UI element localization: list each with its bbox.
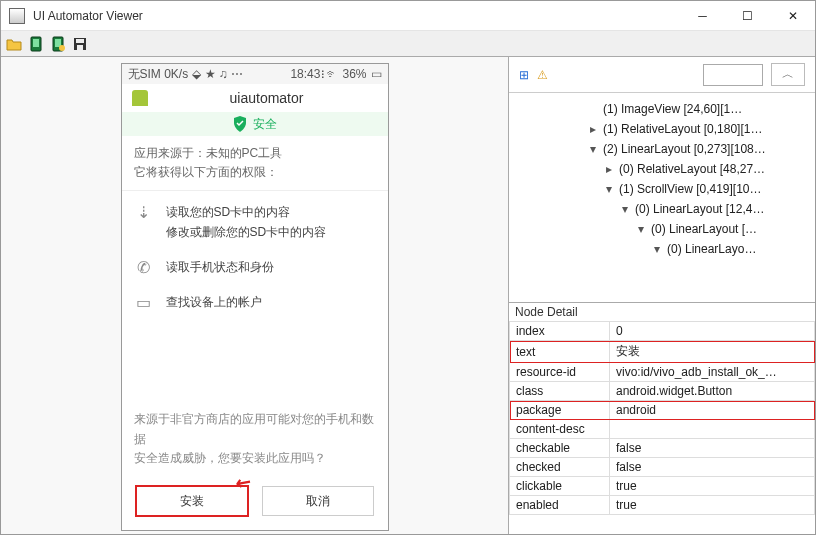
detail-row[interactable]: text安装 (510, 341, 815, 363)
device-screenshot-icon[interactable] (27, 35, 45, 53)
detail-value: true (610, 496, 815, 515)
safe-bar: 安全 (122, 112, 388, 136)
cancel-label: 取消 (306, 494, 330, 508)
app-name: uiautomator (156, 90, 378, 106)
chevron-down-icon[interactable] (619, 199, 631, 219)
tree-node[interactable]: (0) LinearLayo… (667, 239, 756, 259)
battery-label: 36% (342, 67, 366, 81)
permission-row: ⇣ 读取您的SD卡中的内容 修改或删除您的SD卡中的内容 (122, 195, 388, 249)
permission-row: ▭ 查找设备上的帐户 (122, 285, 388, 320)
chevron-down-icon[interactable] (651, 239, 663, 259)
wifi-icon: ⋮ᯤ (320, 67, 338, 81)
detail-row[interactable]: clickabletrue (510, 477, 815, 496)
warning-text: 来源于非官方商店的应用可能对您的手机和数据 安全造成威胁，您要安装此应用吗？ (122, 400, 388, 478)
close-button[interactable]: ✕ (770, 1, 815, 31)
detail-row[interactable]: packageandroid (510, 401, 815, 420)
detail-key: content-desc (510, 420, 610, 439)
app-header: uiautomator (122, 84, 388, 112)
window-title: UI Automator Viewer (33, 9, 680, 23)
detail-key: clickable (510, 477, 610, 496)
tree-toolbar: ⊞ ⚠ ︿ (509, 57, 815, 93)
detail-row[interactable]: enabledtrue (510, 496, 815, 515)
detail-row[interactable]: classandroid.widget.Button (510, 382, 815, 401)
toolbar (1, 31, 815, 57)
warning-icon[interactable]: ⚠ (537, 68, 548, 82)
perm-text: 修改或删除您的SD卡中的内容 (166, 223, 327, 242)
app-icon (9, 8, 25, 24)
cancel-button[interactable]: 取消 (262, 486, 374, 516)
storage-icon: ⇣ (134, 203, 154, 222)
svg-rect-6 (76, 39, 84, 43)
tree-node[interactable]: (0) RelativeLayout [48,27… (619, 159, 765, 179)
detail-value: android.widget.Button (610, 382, 815, 401)
detail-key: enabled (510, 496, 610, 515)
detail-row[interactable]: resource-idvivo:id/vivo_adb_install_ok_… (510, 363, 815, 382)
detail-value: false (610, 458, 815, 477)
detail-value: vivo:id/vivo_adb_install_ok_… (610, 363, 815, 382)
detail-key: package (510, 401, 610, 420)
tree-node[interactable]: (1) RelativeLayout [0,180][1… (603, 119, 762, 139)
warn-line-1: 来源于非官方商店的应用可能对您的手机和数据 (134, 410, 376, 448)
tree-node[interactable]: (1) ScrollView [0,419][10… (619, 179, 762, 199)
app-info: 应用来源于：未知的PC工具 它将获得以下方面的权限： (122, 136, 388, 191)
status-time: 18:43 (290, 67, 320, 81)
detail-row[interactable]: checkablefalse (510, 439, 815, 458)
chevron-right-icon[interactable] (587, 119, 599, 139)
sim-status: 无SIM 0K/s (128, 66, 189, 83)
account-icon: ▭ (134, 293, 154, 312)
detail-value: 0 (610, 322, 815, 341)
detail-key: text (510, 341, 610, 363)
chevron-down-icon[interactable] (635, 219, 647, 239)
permission-list: ⇣ 读取您的SD卡中的内容 修改或删除您的SD卡中的内容 ✆ 读取手机状态和身份… (122, 191, 388, 324)
chevron-down-icon[interactable] (603, 179, 615, 199)
shield-icon (233, 116, 247, 132)
phone-screenshot[interactable]: 无SIM 0K/s ⬙ ★ ♫ ⋯ 18:43 ⋮ᯤ 36% ▭ uiautom… (121, 63, 389, 531)
battery-icon: ▭ (371, 67, 382, 81)
search-input[interactable] (703, 64, 763, 86)
node-detail-table[interactable]: index0text安装resource-idvivo:id/vivo_adb_… (509, 321, 815, 534)
detail-row[interactable]: content-desc (510, 420, 815, 439)
detail-key: index (510, 322, 610, 341)
permission-row: ✆ 读取手机状态和身份 (122, 250, 388, 285)
phone-icon: ✆ (134, 258, 154, 277)
statusbar-icons: ⬙ ★ ♫ ⋯ (192, 67, 243, 81)
window-titlebar: UI Automator Viewer ─ ☐ ✕ (1, 1, 815, 31)
android-icon (132, 90, 148, 106)
chevron-down-icon[interactable] (587, 139, 599, 159)
perm-text: 查找设备上的帐户 (166, 293, 262, 312)
tree-node[interactable]: (0) LinearLayout [… (651, 219, 757, 239)
install-label: 安装 (180, 494, 204, 508)
minimize-button[interactable]: ─ (680, 1, 725, 31)
perm-text: 读取手机状态和身份 (166, 258, 274, 277)
node-detail-title: Node Detail (509, 303, 815, 321)
expand-all-icon[interactable]: ⊞ (519, 68, 529, 82)
main-area: 无SIM 0K/s ⬙ ★ ♫ ⋯ 18:43 ⋮ᯤ 36% ▭ uiautom… (1, 57, 815, 534)
svg-point-4 (59, 45, 65, 51)
detail-value: true (610, 477, 815, 496)
detail-value: android (610, 401, 815, 420)
svg-rect-7 (77, 45, 83, 50)
safe-label: 安全 (253, 116, 277, 133)
detail-row[interactable]: index0 (510, 322, 815, 341)
device-dump-icon[interactable] (49, 35, 67, 53)
svg-rect-1 (33, 39, 39, 47)
tree-node[interactable]: (1) ImageView [24,60][1… (603, 99, 742, 119)
screenshot-pane: 无SIM 0K/s ⬙ ★ ♫ ⋯ 18:43 ⋮ᯤ 36% ▭ uiautom… (1, 57, 509, 534)
collapse-button[interactable]: ︿ (771, 63, 805, 86)
maximize-button[interactable]: ☐ (725, 1, 770, 31)
detail-value: false (610, 439, 815, 458)
tree-node[interactable]: (0) LinearLayout [12,4… (635, 199, 764, 219)
detail-value (610, 420, 815, 439)
install-button[interactable]: 安装 ↙ (136, 486, 248, 516)
open-icon[interactable] (5, 35, 23, 53)
info-line-1: 应用来源于：未知的PC工具 (134, 144, 376, 163)
chevron-right-icon[interactable] (603, 159, 615, 179)
detail-key: checkable (510, 439, 610, 458)
save-icon[interactable] (71, 35, 89, 53)
detail-value: 安装 (610, 341, 815, 363)
detail-row[interactable]: checkedfalse (510, 458, 815, 477)
tree-node[interactable]: (2) LinearLayout [0,273][108… (603, 139, 766, 159)
right-pane: ⊞ ⚠ ︿ (1) ImageView [24,60][1… (1) Relat… (509, 57, 815, 534)
hierarchy-tree[interactable]: (1) ImageView [24,60][1… (1) RelativeLay… (509, 93, 815, 302)
warn-line-2: 安全造成威胁，您要安装此应用吗？ (134, 449, 376, 468)
